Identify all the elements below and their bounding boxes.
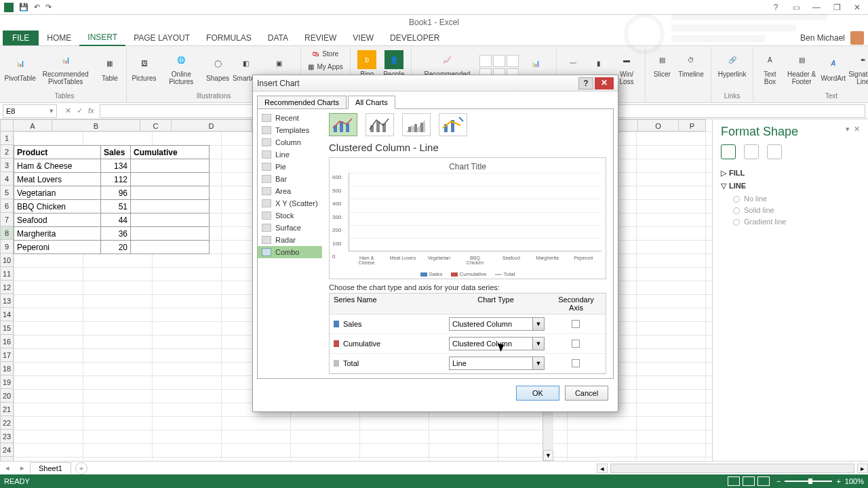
zoom-slider[interactable] bbox=[785, 481, 832, 482]
sheet-tab[interactable]: Sheet1 bbox=[30, 462, 71, 474]
pane-close-icon[interactable]: ✕ bbox=[854, 125, 860, 133]
row-hdr[interactable]: 19 bbox=[0, 375, 14, 389]
col-hdr[interactable]: P bbox=[679, 119, 706, 131]
secondary-axis-checkbox[interactable] bbox=[572, 359, 580, 367]
rib-signature[interactable]: ✒Signature Line bbox=[847, 49, 868, 87]
user-avatar[interactable] bbox=[850, 31, 864, 45]
tab-view[interactable]: VIEW bbox=[344, 30, 382, 45]
dialog-tab-all[interactable]: All Charts bbox=[348, 96, 395, 109]
tab-formulas[interactable]: FORMULAS bbox=[198, 30, 260, 45]
row-hdr[interactable]: 12 bbox=[0, 281, 14, 294]
fx-icon[interactable]: fx bbox=[88, 106, 94, 115]
line-section[interactable]: ▽LINE bbox=[721, 182, 860, 190]
name-box[interactable]: E8▾ bbox=[3, 104, 57, 118]
chart-cat-surface[interactable]: Surface bbox=[258, 222, 322, 234]
size-props-icon[interactable] bbox=[767, 144, 782, 159]
row-hdr[interactable]: 14 bbox=[0, 308, 14, 321]
chevron-down-icon[interactable]: ▼ bbox=[532, 337, 545, 350]
chart-cat-recent[interactable]: Recent bbox=[258, 112, 322, 124]
tab-data[interactable]: DATA bbox=[260, 30, 296, 45]
chart-cat-pie[interactable]: Pie bbox=[258, 161, 322, 173]
scroll-down-icon[interactable]: ▼ bbox=[543, 450, 553, 461]
rib-shapes[interactable]: ◯Shapes bbox=[205, 49, 230, 87]
secondary-axis-checkbox[interactable] bbox=[572, 320, 580, 328]
rib-pictures[interactable]: 🖼Pictures bbox=[131, 49, 157, 87]
zoom-in-icon[interactable]: + bbox=[836, 477, 840, 485]
hscroll-track[interactable] bbox=[610, 464, 854, 473]
subtype-clustered-column-line[interactable] bbox=[329, 113, 357, 136]
row-hdr[interactable]: 5 bbox=[0, 186, 14, 199]
chart-cat-line[interactable]: Line bbox=[258, 148, 322, 161]
ok-button[interactable]: OK bbox=[516, 386, 559, 401]
zoom-out-icon[interactable]: − bbox=[776, 477, 781, 485]
row-hdr[interactable]: 17 bbox=[0, 348, 14, 362]
view-page-layout-icon[interactable] bbox=[743, 476, 755, 486]
series-type-select[interactable]: Line bbox=[449, 357, 533, 370]
qat-save-icon[interactable]: 💾 bbox=[19, 3, 28, 12]
rib-store[interactable]: 🛍Store bbox=[305, 49, 346, 59]
hscroll-left-icon[interactable]: ◂ bbox=[597, 464, 608, 473]
row-hdr[interactable]: 8 bbox=[0, 226, 14, 240]
rib-textbox[interactable]: AText Box bbox=[757, 49, 782, 87]
rib-wordart[interactable]: AWordArt bbox=[821, 49, 846, 87]
row-hdr[interactable]: 6 bbox=[0, 199, 14, 213]
select-all-corner[interactable] bbox=[0, 119, 14, 131]
secondary-axis-checkbox[interactable] bbox=[572, 340, 580, 348]
tab-developer[interactable]: DEVELOPER bbox=[382, 30, 448, 45]
fill-section[interactable]: ▷FILL bbox=[721, 169, 860, 178]
row-hdr[interactable]: 24 bbox=[0, 443, 14, 457]
row-hdr[interactable]: 7 bbox=[0, 213, 14, 226]
row-hdr[interactable]: 21 bbox=[0, 403, 14, 416]
radio-gradient-line[interactable]: Gradient line bbox=[733, 218, 860, 226]
subtype-custom-combo[interactable] bbox=[439, 113, 467, 136]
chart-cat-stock[interactable]: Stock bbox=[258, 209, 322, 222]
maximize-icon[interactable]: ❐ bbox=[829, 1, 845, 14]
row-hdr[interactable]: 18 bbox=[0, 362, 14, 375]
row-hdr[interactable]: 13 bbox=[0, 294, 14, 308]
ribbon-display-icon[interactable]: ▭ bbox=[788, 1, 804, 14]
tab-insert[interactable]: INSERT bbox=[79, 30, 125, 46]
series-type-select[interactable]: Clustered Column bbox=[449, 317, 533, 331]
tab-file[interactable]: FILE bbox=[3, 30, 39, 45]
chevron-down-icon[interactable]: ▼ bbox=[532, 357, 545, 370]
col-hdr[interactable]: C bbox=[140, 119, 172, 131]
tab-review[interactable]: REVIEW bbox=[296, 30, 344, 45]
row-hdr[interactable]: 25 bbox=[0, 457, 14, 461]
series-type-select[interactable]: Clustered Column bbox=[449, 337, 533, 350]
close-icon[interactable]: ✕ bbox=[849, 1, 865, 14]
rib-online-pictures[interactable]: 🌐Online Pictures bbox=[159, 49, 203, 87]
row-hdr[interactable]: 16 bbox=[0, 335, 14, 348]
dialog-help-icon[interactable]: ? bbox=[578, 77, 593, 89]
col-hdr[interactable]: O bbox=[638, 119, 679, 131]
chart-cat-templates[interactable]: Templates bbox=[258, 124, 322, 136]
help-icon[interactable]: ? bbox=[768, 1, 784, 14]
qat-redo-icon[interactable]: ↷ bbox=[45, 3, 52, 12]
row-hdr[interactable]: 9 bbox=[0, 240, 14, 253]
zoom-level[interactable]: 100% bbox=[845, 477, 864, 485]
add-sheet-icon[interactable]: + bbox=[75, 462, 87, 474]
dialog-close-icon[interactable]: ✕ bbox=[595, 77, 614, 89]
hscroll-right-icon[interactable]: ▸ bbox=[857, 464, 868, 473]
chart-cat-area[interactable]: Area bbox=[258, 185, 322, 197]
row-hdr[interactable]: 4 bbox=[0, 172, 14, 186]
rib-pivottable[interactable]: 📊PivotTable bbox=[7, 49, 33, 87]
pane-dropdown-icon[interactable]: ▾ bbox=[846, 125, 850, 133]
col-hdr[interactable]: D bbox=[172, 119, 252, 131]
row-hdr[interactable]: 1 bbox=[0, 131, 14, 145]
dialog-tab-recommended[interactable]: Recommended Charts bbox=[257, 96, 347, 109]
row-hdr[interactable]: 23 bbox=[0, 430, 14, 443]
row-hdr[interactable]: 20 bbox=[0, 389, 14, 403]
rib-table[interactable]: ▦Table bbox=[98, 49, 122, 87]
effects-icon[interactable] bbox=[744, 144, 759, 159]
rib-header-footer[interactable]: ▤Header & Footer bbox=[783, 49, 819, 87]
view-page-break-icon[interactable] bbox=[757, 476, 770, 486]
chevron-down-icon[interactable]: ▼ bbox=[532, 317, 545, 331]
row-hdr[interactable]: 15 bbox=[0, 321, 14, 335]
col-hdr[interactable]: A bbox=[14, 119, 52, 131]
qat-undo-icon[interactable]: ↶ bbox=[34, 3, 40, 12]
sheet-nav-next-icon[interactable]: ▸ bbox=[15, 464, 30, 472]
fx-enter-icon[interactable]: ✓ bbox=[77, 106, 83, 115]
row-hdr[interactable]: 3 bbox=[0, 159, 14, 172]
chart-cat-combo[interactable]: Combo bbox=[258, 246, 322, 258]
radio-solid-line[interactable]: Solid line bbox=[733, 206, 860, 214]
